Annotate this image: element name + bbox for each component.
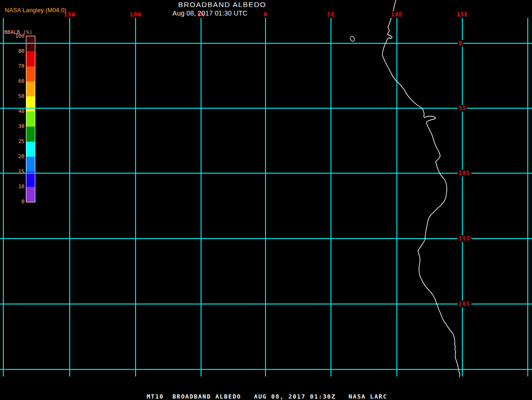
latitude-label: 10S — [458, 170, 471, 176]
legend-tick: 20 — [8, 153, 24, 160]
legend-tick: 30 — [8, 123, 24, 129]
island-outline — [350, 36, 355, 42]
coastline-path — [382, 0, 460, 377]
page-title: BROADBAND ALBEDO — [178, 0, 266, 9]
datetime-label: Aug 08, 2017 01:30 UTC — [172, 9, 247, 17]
longitude-label: 0 — [263, 11, 268, 18]
legend-title: BBALB (%) — [4, 29, 32, 35]
longitude-label: 5E — [326, 11, 336, 18]
longitude-label: 15E — [456, 11, 469, 18]
footer-caption: MT10 BROADBAND ALBEDO AUG 08, 2017 01:30… — [146, 393, 387, 400]
legend-tick: 80 — [8, 48, 24, 54]
legend-tick: 25 — [8, 138, 24, 144]
map-svg — [0, 0, 532, 400]
longitude-label: 10W — [129, 11, 143, 18]
latitude-label: 0 — [458, 40, 463, 47]
longitude-label: 10E — [390, 11, 404, 18]
nasa-credit: NASA Langley (M04.0) — [5, 7, 66, 14]
latitude-label: 15S — [458, 235, 471, 242]
latitude-label: 5S — [458, 105, 467, 112]
legend-tick: 50 — [8, 93, 24, 99]
legend-tick: 0 — [8, 199, 24, 205]
legend-tick: 15 — [8, 168, 24, 175]
legend-tick: 60 — [8, 78, 24, 84]
legend-tick: 70 — [8, 63, 24, 69]
legend-tick: 40 — [8, 108, 24, 114]
legend-tick: 10 — [8, 184, 24, 190]
albedo-map-view: 15W10W5W05E10E15E 05S10S15S20S 100807060… — [0, 0, 532, 400]
latitude-label: 20S — [458, 301, 471, 307]
